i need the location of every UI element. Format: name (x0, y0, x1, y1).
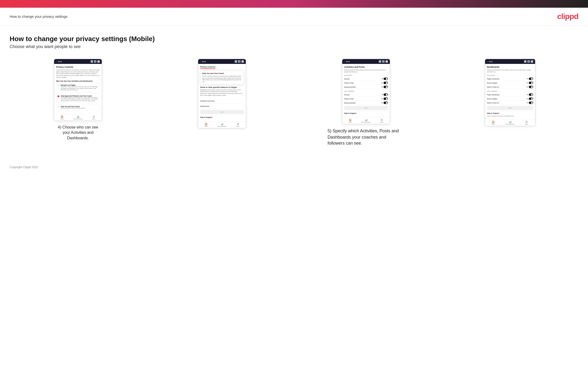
help-support-label-3: Help & Support (344, 111, 388, 115)
bottom-nav-home-4[interactable]: 🏠 Home (485, 121, 502, 125)
performance-label-2: My Performance (218, 126, 226, 127)
dashboards-label: Dashboards (200, 105, 209, 107)
menu-icon-4: ☰ (526, 121, 528, 123)
menu-label-2: Menu (236, 126, 240, 127)
toggle-followers-drills-switch[interactable] (384, 98, 388, 100)
performance-icon-3: 📊 (364, 119, 367, 121)
bottom-nav-menu[interactable]: ☰ Menu (86, 115, 102, 120)
person-icon-2[interactable]: 👤 (238, 60, 241, 63)
settings-icon-2[interactable]: ⚙ (242, 60, 244, 63)
bottom-nav-menu-4[interactable]: ☰ Menu (518, 121, 535, 125)
back-chevron-icon-3: ‹ (344, 60, 345, 63)
search-icon-3[interactable]: 🔍 (379, 60, 381, 63)
save-button-2[interactable]: Save (200, 110, 244, 114)
person-icon-3[interactable]: 👤 (382, 60, 385, 63)
performance-label-4: My Performance (506, 124, 514, 125)
phone-nav-2: ‹ Back 🔍 👤 ⚙ (198, 59, 246, 64)
toggle-followers-player-dash-switch[interactable] (529, 93, 533, 96)
toggle-followers-manual-switch[interactable] (384, 102, 388, 104)
radio-you-icon (58, 106, 59, 108)
option-everyone[interactable]: Everyone on Clippd Everyone on Clippd ca… (56, 83, 100, 92)
bottom-nav-performance-3[interactable]: 📊 My Performance (358, 119, 374, 123)
bottom-nav-home-2[interactable]: 🏠 Home (198, 123, 214, 127)
nav-back-label-3[interactable]: Back (346, 60, 350, 63)
followers-label-4: FOLLOWERS (487, 91, 533, 92)
settings-icon-3[interactable]: ⚙ (386, 60, 388, 63)
performance-icon-2: 📊 (221, 123, 224, 125)
phone-content-4: Dashboards Select the dashboards that yo… (485, 64, 535, 119)
option-you-label: Only You and Your Coach (61, 106, 98, 107)
privacy-controls-desc: Control how you and your data appears to… (56, 69, 100, 78)
popup-title: Only You and Your Coach (202, 72, 242, 75)
phone-screen-2: ‹ Back 🔍 👤 ⚙ Privacy Controls (198, 59, 246, 128)
privacy-controls-tab[interactable]: Privacy Controls (200, 66, 216, 69)
bottom-nav-home-3[interactable]: 🏠 Home (342, 119, 358, 123)
save-button-3[interactable]: Save (344, 106, 388, 110)
radio-everyone-icon (58, 84, 59, 86)
menu-dashboards[interactable]: Dashboards › (200, 104, 244, 109)
menu-activities-posts[interactable]: Activities and Posts › (200, 99, 244, 104)
performance-label: My Performance (74, 118, 82, 120)
settings-icon-4[interactable]: ⚙ (531, 60, 533, 63)
privacy-controls-title: Privacy Controls (56, 66, 100, 68)
page-subtitle: Choose what you want people to see (10, 44, 578, 49)
nav-back-label-2[interactable]: Back (202, 60, 206, 63)
toggle-coaches-rounds-switch[interactable] (384, 78, 388, 80)
toggle-coaches-round-insights: Round Insights ON (487, 81, 533, 85)
home-label-2: Home (204, 126, 208, 127)
back-chevron-icon: ‹ (56, 60, 57, 63)
bottom-nav-4: 🏠 Home 📊 My Performance ☰ Menu (485, 119, 535, 126)
dashboards-title: Dashboards (487, 66, 533, 68)
screens-row: ‹ Back 🔍 👤 ⚙ Privacy Controls Control ho… (10, 59, 578, 146)
menu-icon: ☰ (93, 115, 95, 118)
toggle-coaches-what-to-work: What To Work On ON (487, 85, 533, 89)
bottom-nav-performance-4[interactable]: 📊 My Performance (502, 121, 518, 125)
home-icon-3: 🏠 (349, 119, 352, 121)
person-icon-4[interactable]: 👤 (527, 60, 530, 63)
save-button-4[interactable]: Save (487, 106, 533, 110)
toggle-coaches-what-switch[interactable] (529, 86, 533, 88)
coaches-player-dash-label: Player Dashboard (487, 78, 500, 80)
back-chevron-icon-2: ‹ (200, 60, 201, 63)
chevron-right-icon: › (243, 100, 244, 102)
bottom-nav-performance[interactable]: 📊 My Performance (70, 115, 86, 120)
followers-drills-label: Practice Drills (344, 98, 354, 100)
option-followers-coach[interactable]: Only Approved Followers and Your Coach O… (56, 94, 100, 103)
search-icon-2[interactable]: 🔍 (235, 60, 237, 63)
option-you-desc: Only you and the coaches you connect wit… (61, 107, 98, 109)
breadcrumb: How to change your privacy settings (10, 14, 68, 18)
coaches-label-4: COACHES (487, 75, 533, 76)
toggle-followers-rounds-switch[interactable] (384, 93, 388, 96)
radio-followers-icon (58, 95, 59, 97)
home-icon: 🏠 (61, 115, 63, 118)
back-chevron-icon-4: ‹ (487, 60, 488, 63)
followers-round-insights-label: Round Insights (487, 98, 497, 100)
who-can-see-title: Who Can See Your Activities and Dashboar… (56, 80, 100, 82)
screen-group-2: ‹ Back 🔍 👤 ⚙ Privacy Controls (154, 59, 291, 128)
bottom-nav-performance-2[interactable]: 📊 My Performance (214, 123, 230, 127)
coaches-drills-label: Practice Drills (344, 82, 354, 84)
page-title: How to change your privacy settings (Mob… (10, 35, 578, 43)
search-icon-4[interactable]: 🔍 (524, 60, 527, 63)
main-content: How to change your privacy settings (Mob… (0, 25, 588, 161)
nav-back-label-4[interactable]: Back (489, 60, 493, 63)
popup-desc: Only you and the coaches you connect wit… (202, 75, 242, 83)
toggle-followers-round-insights-switch[interactable] (529, 98, 533, 100)
option-you-coach[interactable]: Only You and Your Coach Only you and the… (56, 104, 100, 110)
activities-posts-desc: Select the types of activity that you'd … (344, 69, 388, 73)
bottom-nav-menu-2[interactable]: ☰ Menu (230, 123, 246, 127)
toggle-coaches-drills-switch[interactable] (384, 82, 388, 84)
search-icon[interactable]: 🔍 (91, 60, 93, 63)
toggle-coaches-player-dash-switch[interactable] (529, 78, 533, 80)
toggle-coaches-manual-switch[interactable] (384, 86, 388, 88)
option-followers-desc: Only approved followers and coaches you … (61, 97, 98, 102)
bottom-nav-menu-3[interactable]: ☰ Menu (374, 119, 390, 123)
person-icon[interactable]: 👤 (94, 60, 96, 63)
bottom-nav-home[interactable]: 🏠 Home (54, 115, 70, 120)
toggle-coaches-round-insights-switch[interactable] (529, 82, 533, 84)
nav-back-label[interactable]: Back (58, 60, 62, 63)
option-followers-label: Only Approved Followers and Your Coach (61, 95, 98, 97)
settings-icon[interactable]: ⚙ (97, 60, 100, 63)
home-icon-2: 🏠 (205, 123, 208, 125)
toggle-followers-what-switch[interactable] (529, 102, 533, 104)
